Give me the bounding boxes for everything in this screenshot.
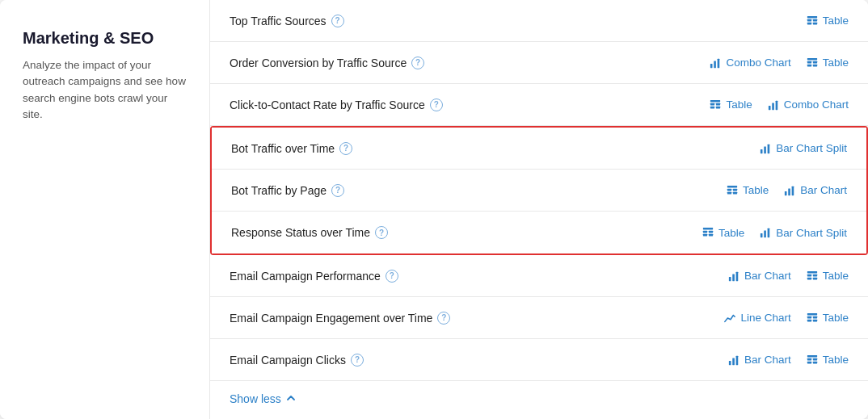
table-icon: [726, 184, 739, 197]
report-name-text: Top Traffic Sources: [230, 15, 327, 27]
svg-rect-0: [807, 15, 817, 18]
report-name-text: Order Conversion by Traffic Source: [230, 57, 407, 69]
action-label: Bar Chart: [800, 184, 847, 196]
svg-rect-10: [813, 61, 817, 63]
svg-rect-18: [769, 105, 771, 109]
report-name-text: Email Campaign Engagement over Time: [230, 312, 432, 325]
action-label: Table: [726, 98, 752, 111]
report-row-bot-traffic-over-time: Bot Traffic over Time? Bar Chart Split: [212, 128, 866, 170]
action-label: Table: [823, 312, 849, 324]
svg-rect-13: [710, 99, 720, 102]
report-name-top-traffic-sources: Top Traffic Sources?: [230, 15, 806, 27]
action-btn-table-bot-traffic-by-page[interactable]: Table: [726, 184, 769, 197]
svg-rect-58: [813, 358, 817, 360]
action-btn-bar-chart-bot-traffic-by-page[interactable]: Bar Chart: [783, 184, 847, 197]
help-icon[interactable]: ?: [331, 15, 344, 27]
action-label: Bar Chart: [744, 270, 791, 282]
action-btn-bar-chart-email-campaign-clicks[interactable]: Bar Chart: [727, 354, 791, 367]
svg-rect-5: [710, 63, 713, 67]
action-btn-table-click-to-contact[interactable]: Table: [709, 98, 752, 111]
report-row-click-to-contact: Click-to-Contact Rate by Traffic Source?…: [210, 84, 868, 126]
svg-rect-4: [813, 22, 817, 24]
svg-rect-33: [703, 231, 707, 233]
action-btn-combo-chart-click-to-contact[interactable]: Combo Chart: [767, 98, 849, 111]
report-name-text: Response Status over Time: [231, 226, 370, 239]
report-name-text: Bot Traffic by Page: [231, 184, 327, 197]
report-actions-bot-traffic-by-page: Table Bar Chart: [726, 184, 847, 197]
svg-rect-42: [736, 271, 739, 280]
svg-rect-37: [761, 233, 763, 237]
svg-rect-56: [807, 354, 817, 357]
report-actions-top-traffic-sources: Table: [806, 15, 849, 27]
report-name-email-campaign-engagement: Email Campaign Engagement over Time?: [230, 312, 723, 325]
report-row-email-campaign-clicks: Email Campaign Clicks? Bar Chart Table: [210, 339, 868, 381]
help-icon[interactable]: ?: [411, 57, 424, 69]
action-label: Table: [823, 57, 849, 69]
svg-rect-49: [807, 316, 811, 318]
help-icon[interactable]: ?: [375, 226, 388, 239]
sidebar-title: Marketing & SEO: [23, 29, 187, 48]
report-name-text: Email Campaign Clicks: [230, 354, 346, 367]
help-icon[interactable]: ?: [351, 354, 364, 367]
svg-rect-2: [813, 19, 817, 21]
svg-rect-47: [813, 277, 817, 279]
report-actions-email-campaign-engagement: Line Chart Table: [723, 312, 849, 325]
show-less-button[interactable]: Show less: [230, 392, 281, 405]
svg-rect-60: [813, 361, 817, 363]
svg-rect-44: [807, 274, 811, 276]
svg-rect-19: [772, 103, 774, 110]
action-btn-combo-chart-order-conversion[interactable]: Combo Chart: [709, 57, 790, 69]
svg-rect-32: [703, 228, 713, 230]
svg-rect-39: [768, 228, 770, 237]
svg-rect-36: [709, 234, 713, 237]
action-btn-table-email-campaign-performance[interactable]: Table: [806, 270, 849, 283]
action-btn-bar-chart-split-bot-traffic-over-time[interactable]: Bar Chart Split: [759, 142, 847, 155]
table-icon: [806, 270, 819, 283]
action-btn-bar-chart-email-campaign-performance[interactable]: Bar Chart: [727, 270, 791, 283]
svg-rect-12: [813, 64, 817, 66]
help-icon[interactable]: ?: [386, 270, 398, 283]
report-row-bot-traffic-by-page: Bot Traffic by Page? Table Bar Chart: [212, 170, 866, 212]
action-btn-table-order-conversion[interactable]: Table: [806, 57, 849, 69]
svg-rect-59: [807, 361, 811, 363]
help-icon[interactable]: ?: [430, 98, 443, 111]
report-name-order-conversion: Order Conversion by Traffic Source?: [230, 57, 709, 69]
svg-rect-14: [710, 103, 714, 105]
action-btn-table-response-status-over-time[interactable]: Table: [702, 226, 744, 239]
report-row-email-campaign-performance: Email Campaign Performance? Bar Chart Ta…: [210, 255, 868, 297]
action-label: Table: [743, 184, 769, 196]
report-actions-bot-traffic-over-time: Bar Chart Split: [759, 142, 847, 155]
svg-rect-3: [807, 22, 811, 24]
svg-rect-8: [807, 57, 817, 60]
table-icon: [702, 226, 714, 239]
svg-rect-24: [727, 185, 737, 187]
action-btn-table-top-traffic-sources[interactable]: Table: [806, 15, 849, 27]
report-name-text: Bot Traffic over Time: [231, 142, 335, 155]
help-icon[interactable]: ?: [339, 142, 352, 155]
bar-icon: [783, 184, 796, 197]
action-btn-table-email-campaign-engagement[interactable]: Table: [806, 312, 849, 325]
report-row-top-traffic-sources: Top Traffic Sources? Table: [210, 0, 868, 42]
svg-rect-35: [703, 234, 707, 237]
table-icon: [806, 15, 819, 27]
report-name-email-campaign-clicks: Email Campaign Clicks?: [230, 354, 727, 367]
svg-rect-31: [792, 186, 794, 195]
action-label: Table: [823, 15, 849, 27]
svg-rect-17: [716, 106, 720, 108]
help-icon[interactable]: ?: [331, 184, 344, 197]
report-row-response-status-over-time: Response Status over Time? Table Bar Cha…: [212, 212, 866, 253]
svg-rect-1: [807, 19, 811, 21]
bar-icon: [759, 142, 772, 155]
svg-rect-7: [718, 58, 720, 67]
action-btn-line-chart-email-campaign-engagement[interactable]: Line Chart: [723, 312, 790, 325]
help-icon[interactable]: ?: [437, 312, 450, 325]
svg-rect-26: [733, 188, 737, 191]
svg-rect-40: [729, 276, 731, 280]
report-row-email-campaign-engagement: Email Campaign Engagement over Time? Lin…: [210, 297, 868, 339]
svg-rect-22: [764, 146, 766, 153]
report-name-bot-traffic-over-time: Bot Traffic over Time?: [231, 142, 759, 155]
table-icon: [709, 98, 722, 111]
action-btn-bar-chart-split-response-status-over-time[interactable]: Bar Chart Split: [759, 226, 847, 239]
main-content: Top Traffic Sources? TableOrder Conversi…: [210, 0, 868, 419]
action-btn-table-email-campaign-clicks[interactable]: Table: [806, 354, 849, 367]
